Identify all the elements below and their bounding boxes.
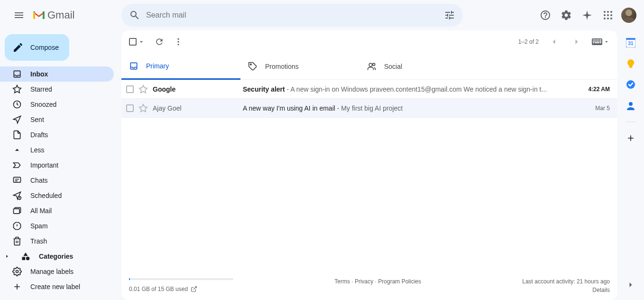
terms-link[interactable]: Terms [334, 278, 350, 285]
gmail-logo[interactable]: Gmail [32, 9, 74, 21]
email-row[interactable]: Ajay Goel A new way I'm using AI in emai… [121, 99, 617, 118]
svg-rect-35 [595, 42, 599, 43]
svg-point-17 [16, 271, 18, 273]
svg-point-45 [629, 102, 633, 106]
tasks-app-button[interactable] [626, 80, 635, 89]
tab-label: Primary [146, 62, 169, 70]
sidebar-item-spam[interactable]: Spam [0, 218, 114, 234]
compose-button[interactable]: Compose [5, 34, 69, 61]
sidebar-item-scheduled[interactable]: Scheduled [0, 188, 114, 203]
sidebar-item-manage-labels[interactable]: Manage labels [0, 264, 114, 279]
footer-activity: Last account activity: 21 hours ago Deta… [522, 278, 610, 293]
contacts-app-button[interactable] [626, 101, 635, 110]
sidebar-item-snoozed[interactable]: Snoozed [0, 97, 114, 112]
star-button[interactable] [138, 84, 148, 94]
apps-grid-icon [602, 9, 614, 21]
sidebar-item-important[interactable]: Important [0, 158, 114, 173]
chevron-right-icon [572, 37, 581, 47]
keyboard-icon [592, 38, 602, 45]
tab-promotions[interactable]: Promotions [240, 53, 359, 79]
privacy-link[interactable]: Privacy [355, 278, 373, 285]
svg-rect-12 [14, 177, 21, 182]
sparkle-icon [581, 9, 593, 21]
settings-button[interactable] [557, 6, 576, 25]
calendar-app-button[interactable]: 31 [626, 38, 635, 47]
svg-point-20 [177, 44, 179, 45]
svg-rect-34 [593, 42, 594, 43]
sidebar-item-create-label[interactable]: Create new label [0, 279, 114, 294]
account-avatar[interactable] [621, 8, 636, 23]
svg-point-2 [604, 11, 606, 13]
nav-list: Inbox Starred Snoozed Sent Drafts Less [0, 66, 121, 294]
storage-text: 0.01 GB of 15 GB used [129, 286, 233, 292]
star-button[interactable] [138, 103, 148, 113]
sidebar-item-label: Spam [30, 222, 48, 230]
add-app-button[interactable] [626, 133, 635, 143]
svg-rect-32 [598, 41, 599, 42]
clock-icon [12, 100, 22, 109]
email-subject: Security alert [243, 85, 285, 93]
prev-page-button[interactable] [546, 34, 561, 49]
details-link[interactable]: Details [522, 287, 610, 293]
support-button[interactable] [536, 6, 555, 25]
storage-bar [129, 278, 233, 280]
tab-label: Promotions [265, 63, 299, 70]
search-button[interactable] [125, 6, 144, 25]
sidebar-item-sent[interactable]: Sent [0, 112, 114, 127]
sidebar-item-chats[interactable]: Chats [0, 173, 114, 188]
svg-point-8 [604, 18, 606, 19]
tab-primary[interactable]: Primary [121, 53, 240, 80]
svg-rect-41 [626, 38, 635, 40]
svg-rect-25 [597, 39, 598, 40]
google-apps-button[interactable] [598, 6, 617, 25]
svg-point-19 [177, 41, 179, 42]
select-all[interactable] [129, 38, 145, 46]
open-in-new-icon[interactable] [191, 286, 197, 292]
keep-icon [626, 59, 635, 68]
email-checkbox[interactable] [126, 104, 134, 112]
policies-link[interactable]: Program Policies [378, 278, 421, 285]
svg-point-3 [607, 11, 609, 13]
email-row[interactable]: Google Security alert - A new sign-in on… [121, 80, 617, 99]
sidebar-item-starred[interactable]: Starred [0, 82, 114, 97]
more-button[interactable] [174, 37, 183, 47]
main: 1–2 of 2 Primary Promotions [121, 30, 617, 300]
search-options-button[interactable] [440, 6, 459, 25]
dropdown-arrow-icon [138, 38, 145, 46]
svg-rect-30 [596, 41, 597, 42]
input-tools-button[interactable] [592, 38, 610, 45]
email-sender: Ajay Goel [153, 104, 238, 112]
sidebar-item-less[interactable]: Less [0, 142, 114, 158]
sidebar-item-inbox[interactable]: Inbox [0, 66, 114, 82]
svg-point-9 [607, 18, 609, 19]
svg-point-6 [607, 14, 609, 16]
gmail-logo-icon [32, 10, 46, 20]
main-menu-button[interactable] [8, 4, 30, 27]
gemini-button[interactable] [578, 6, 597, 25]
caret-right-icon [4, 254, 10, 259]
email-snippet: - My first big AI project [337, 104, 403, 112]
sidebar-item-categories[interactable]: Categories [0, 249, 114, 264]
pencil-icon [12, 42, 24, 53]
search-container [121, 4, 463, 27]
hide-panel-button[interactable] [623, 277, 638, 292]
next-page-button[interactable] [569, 34, 584, 49]
body: Compose Inbox Starred Snoozed Sent Draft… [0, 30, 644, 300]
keep-app-button[interactable] [626, 59, 635, 68]
svg-text:31: 31 [628, 41, 634, 46]
calendar-icon: 31 [626, 38, 635, 47]
svg-rect-29 [594, 41, 595, 42]
sidebar-item-label: Create new label [30, 283, 80, 291]
sidebar-item-trash[interactable]: Trash [0, 234, 114, 249]
search-input[interactable] [144, 11, 440, 19]
sidebar-item-all-mail[interactable]: All Mail [0, 203, 114, 218]
sidebar-item-label: Important [30, 161, 58, 169]
hamburger-icon [13, 9, 25, 21]
checkbox-icon [129, 38, 137, 46]
email-checkbox[interactable] [126, 85, 134, 93]
refresh-button[interactable] [155, 37, 164, 47]
tab-social[interactable]: Social [359, 53, 478, 79]
sidebar-item-drafts[interactable]: Drafts [0, 127, 114, 142]
header-right [536, 6, 640, 25]
more-vert-icon [174, 37, 183, 47]
